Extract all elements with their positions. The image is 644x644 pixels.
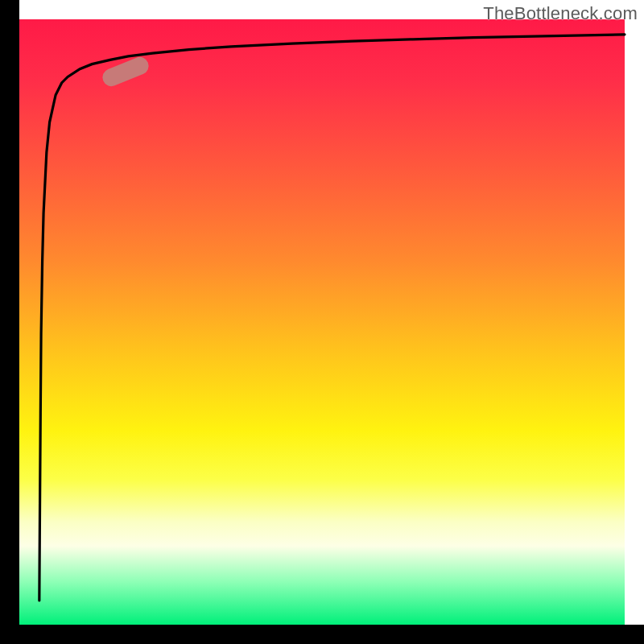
attribution-text: TheBottleneck.com <box>483 3 638 24</box>
x-axis <box>0 625 644 644</box>
bottleneck-curve <box>19 19 625 625</box>
curve-path <box>39 35 625 601</box>
chart-frame: TheBottleneck.com <box>0 0 644 644</box>
y-axis <box>0 0 19 644</box>
